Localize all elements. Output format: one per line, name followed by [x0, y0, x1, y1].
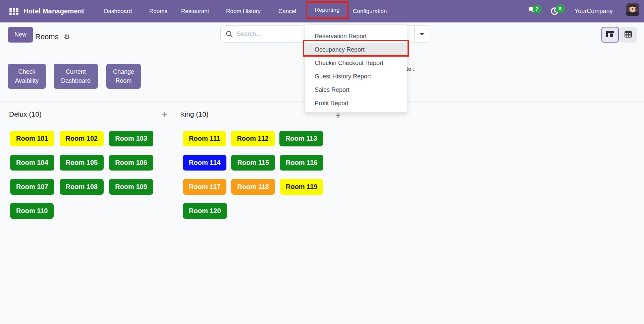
room-card[interactable]: Room 109 — [109, 179, 153, 195]
room-card[interactable]: Room 113 — [279, 131, 323, 146]
room-card[interactable]: Room 120 — [183, 203, 227, 219]
room-card[interactable]: Room 101 — [10, 131, 54, 146]
hotel-management-app: Hotel Management Dashboard Rooms Restaur… — [0, 0, 644, 324]
room-card[interactable]: Room 110 — [10, 203, 54, 219]
room-card[interactable]: Room 108 — [60, 179, 104, 195]
room-row: Room 117Room 118Room 119 — [183, 179, 323, 195]
room-card[interactable]: Room 114 — [183, 155, 226, 171]
menu-item-checkin-checkout-report[interactable]: Checkin Checkout Report — [305, 56, 407, 70]
menu-item-reservation-report[interactable]: Reservation Report — [305, 29, 407, 43]
nav-cancel[interactable]: Cancel — [278, 0, 296, 22]
calendar-view-icon — [624, 30, 632, 40]
menu-item-sales-report[interactable]: Sales Report — [305, 83, 407, 96]
nav-reporting[interactable]: Reporting — [315, 7, 340, 13]
nav-rooms[interactable]: Rooms — [149, 0, 167, 22]
room-card[interactable]: Room 107 — [10, 179, 54, 195]
kanban-view-button[interactable] — [601, 27, 619, 43]
search-options-toggle[interactable] — [415, 26, 429, 42]
room-row: Room 114Room 115Room 116 — [183, 155, 323, 171]
nav-dashboard[interactable]: Dashboard — [104, 0, 132, 22]
top-navbar: Hotel Management Dashboard Rooms Restaur… — [0, 0, 644, 22]
room-row: Room 120 — [183, 203, 227, 219]
room-row: Room 107Room 108Room 109 — [10, 179, 153, 195]
new-button[interactable]: New — [8, 27, 33, 43]
room-row: Room 104Room 105Room 106 — [10, 155, 153, 171]
gear-icon[interactable]: ⚙ — [64, 22, 70, 51]
room-row: Room 111Room 112Room 113 — [183, 131, 323, 146]
menu-item-occupancy-report[interactable]: Occupancy Report — [305, 43, 407, 56]
check-availability-button[interactable]: CheckAvaibility — [8, 64, 46, 89]
room-card[interactable]: Room 117 — [183, 179, 226, 195]
room-card[interactable]: Room 106 — [109, 155, 153, 171]
change-room-button[interactable]: ChangeRoom — [106, 64, 141, 89]
column-title-delux: Delux (10) — [9, 110, 42, 118]
reporting-dropdown-menu: Reservation Report Occupancy Report Chec… — [305, 24, 407, 113]
app-title: Hotel Management — [23, 0, 84, 22]
room-card[interactable]: Room 115 — [231, 155, 275, 171]
partially-hidden-date-label: te : — [406, 66, 415, 72]
search-icon — [226, 30, 233, 39]
kanban-view-icon — [606, 31, 614, 39]
kanban-add-icon[interactable]: + — [162, 111, 167, 119]
messages-badge: 7 — [533, 5, 541, 13]
nav-restaurant[interactable]: Restaurant — [181, 0, 209, 22]
room-row: Room 101Room 102Room 103 — [10, 131, 153, 146]
room-card[interactable]: Room 102 — [60, 131, 104, 146]
room-card[interactable]: Room 103 — [109, 131, 153, 146]
room-card[interactable]: Room 116 — [280, 155, 323, 171]
calendar-view-button[interactable] — [620, 27, 637, 43]
menu-item-profit-report[interactable]: Profit Report — [305, 96, 407, 110]
apps-grid-icon[interactable] — [9, 8, 18, 15]
room-row: Room 110 — [10, 203, 54, 219]
column-title-king: king (10) — [181, 110, 209, 118]
room-card[interactable]: Room 111 — [183, 131, 226, 146]
current-dashboard-button[interactable]: CurrentDashboard — [54, 64, 98, 89]
room-card[interactable]: Room 105 — [60, 155, 104, 171]
room-card[interactable]: Room 104 — [10, 155, 54, 171]
nav-room-history[interactable]: Room History — [226, 0, 261, 22]
chevron-down-icon — [420, 33, 424, 36]
nav-configuration[interactable]: Configuration — [353, 0, 387, 22]
company-name[interactable]: YourCompany — [575, 0, 612, 22]
nav-reporting-highlight-box: Reporting — [306, 1, 348, 19]
view-switcher — [601, 27, 637, 43]
activities-badge: 8 — [556, 4, 565, 13]
room-card[interactable]: Room 112 — [231, 131, 274, 146]
kanban-add-icon[interactable]: + — [335, 112, 341, 120]
user-avatar[interactable] — [626, 3, 639, 16]
page-title: Rooms — [35, 22, 59, 51]
menu-item-guest-history-report[interactable]: Guest History Report — [305, 70, 407, 83]
room-card[interactable]: Room 118 — [231, 179, 275, 195]
room-card[interactable]: Room 119 — [280, 179, 323, 195]
